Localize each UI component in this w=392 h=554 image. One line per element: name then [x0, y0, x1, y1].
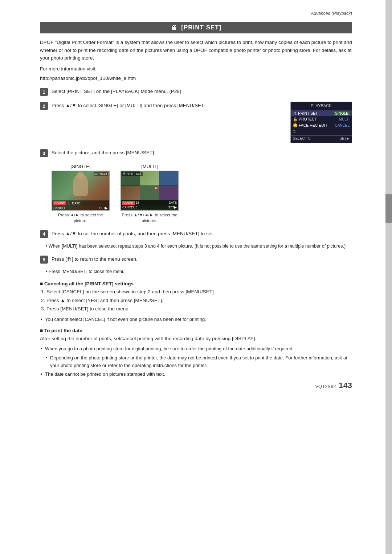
single-overlay-bottom: COUNT 1 DATE: [52, 200, 109, 206]
intro-url: http://panasonic.jp/dc/dpof_110/white_e.…: [40, 76, 352, 81]
canceling-section: ■ Canceling all the [PRINT SET] settings…: [40, 281, 352, 323]
single-screenshot-block: [SINGLE] 10P 8EST COUNT 1 DATE: [52, 164, 110, 224]
step-2: 2 Press ▲/▼ to select [SINGLE] or [MULTI…: [40, 102, 352, 143]
date-label: DATE: [72, 201, 80, 205]
step-5-text: Press [🗑] to return to the menu screen.: [52, 255, 138, 263]
bullet-1: When you go to a photo printing store fo…: [45, 345, 352, 353]
step-2-number: 2: [40, 102, 48, 110]
step-4-text: Press ▲/▼ to set the number of prints, a…: [52, 230, 214, 238]
thumb-3: [159, 171, 178, 186]
thumb-4: [121, 186, 140, 200]
cancel-step-3: Press [MENU/SET] to close the menu.: [46, 305, 352, 313]
chapter-label: Advanced (Playback): [311, 11, 352, 16]
menu-row-print-set: 🖨 PRINT SET SINGLE: [291, 110, 352, 116]
step-1-number: 1: [40, 88, 48, 96]
cancel-step-1: Select [CANCEL] on the screen shown in s…: [46, 288, 352, 296]
print-set-icon: 🖨: [171, 24, 177, 31]
multi-caption: Press ▲/▼/◄/► to select the pictures.: [121, 212, 179, 224]
step-1: 1 Select [PRINT SET] on the [PLAYBACK] M…: [40, 87, 352, 96]
step-5: 5 Press [🗑] to return to the menu screen…: [40, 255, 352, 275]
canceling-note: You cannot select [CANCEL] if not even o…: [45, 316, 352, 323]
menu-row-face-rec-label: 😊 FACE REC EDIT: [293, 123, 333, 128]
thumb-5: 12: [140, 186, 159, 200]
step-2-text: Press ▲/▼ to select [SINGLE] or [MULTI] …: [52, 102, 284, 110]
menu-row-print-set-label: 🖨 PRINT SET: [293, 111, 332, 115]
step-5-note: Press [MENU/SET] to close the menu.: [46, 268, 126, 275]
top-right-overlay: 10P 8EST: [94, 172, 108, 176]
multi-overlay-count-date: COUNT 18 DATE: [121, 200, 178, 205]
sub-bullet-1-text: Depending on the photo printing store or…: [50, 355, 347, 368]
step-5-number: 5: [40, 256, 48, 264]
count-badge-multi: COUNT: [122, 201, 135, 205]
single-photo-bg: 10P 8EST COUNT 1 DATE CANCEL SET▶: [52, 171, 109, 210]
step-3: 3 Select the picture, and then press [ME…: [40, 149, 352, 224]
sub-bullet-1: Depending on the photo printing store or…: [50, 354, 352, 370]
step-3-number: 3: [40, 149, 48, 157]
camera-menu-footer: SELECT-C SET▶: [291, 135, 352, 141]
menu-row-protect-label: 🔒 PROTECT: [293, 117, 338, 122]
scrollbar[interactable]: [385, 0, 392, 554]
intro-paragraph: DPOF "Digital Print Order Format" is a s…: [40, 38, 352, 62]
menu-row-cancel-option: CANCEL: [335, 123, 350, 127]
menu-row-face-rec: 😊 FACE REC EDIT CANCEL: [291, 122, 352, 129]
footer-right: SET▶: [340, 137, 350, 140]
step-2-camera-menu: PLAYBACK 🖨 PRINT SET SINGLE 🔒 PROTECT MU…: [290, 102, 352, 143]
multi-screenshot-block: [MULTI] 🖨 PRINT SET 12 COUNT 1: [121, 164, 179, 224]
intro-more-info: For more information visit:: [40, 65, 352, 73]
canceling-steps-list: Select [CANCEL] on the screen shown in s…: [46, 288, 352, 313]
page-number: 143: [339, 381, 352, 390]
count-indicator: 12: [154, 187, 158, 189]
section-title: [PRINT SET]: [181, 24, 221, 31]
scroll-thumb[interactable]: [385, 194, 392, 223]
step-1-text: Select [PRINT SET] on the [PLAYBACK] Mod…: [52, 87, 352, 95]
multi-cancel-label: CANCEL 8: [122, 205, 137, 209]
page-number-line: VQT2S62 143: [315, 381, 352, 390]
menu-row-multi-option: MULTI: [339, 117, 350, 121]
footer-left: SELECT-C: [293, 137, 311, 140]
menu-row-empty: □: [291, 129, 352, 134]
step-4-note: When [MULTI] has been selected, repeat s…: [46, 243, 346, 250]
menu-row-single-option: SINGLE: [334, 111, 350, 115]
thumb-6: [159, 186, 178, 200]
step-4-number: 4: [40, 230, 48, 238]
section-title-bar: 🖨 [PRINT SET]: [40, 22, 352, 33]
cancel-step-2: Press ▲ to select [YES] and then press […: [46, 297, 352, 305]
count-badge: COUNT: [53, 201, 66, 205]
to-print-date-heading: ■ To print the date: [40, 328, 352, 333]
single-label: [SINGLE]: [71, 164, 91, 169]
page-num-prefix: VQT2S62: [315, 384, 336, 389]
to-print-date-section: ■ To print the date After setting the nu…: [40, 328, 352, 378]
single-footer-bar: CANCEL SET▶: [52, 206, 109, 210]
to-print-date-para1: After setting the number of prints, set/…: [40, 335, 352, 343]
cancel-label: CANCEL: [53, 206, 66, 210]
multi-screenshot: 🖨 PRINT SET 12 COUNT 18 DATE: [121, 171, 179, 211]
multi-count-label: COUNT 18: [122, 201, 139, 204]
multi-date-label: DATE: [169, 201, 177, 204]
multi-label: [MULTI]: [141, 164, 158, 169]
step-4: 4 Press ▲/▼ to set the number of prints,…: [40, 230, 352, 250]
menu-row-protect: 🔒 PROTECT MULTI: [291, 116, 352, 122]
canceling-heading: ■ Canceling all the [PRINT SET] settings: [40, 281, 352, 286]
single-caption: Press ◄/► to select the picture.: [52, 212, 110, 224]
set-label: SET▶: [99, 206, 108, 210]
bullet-3: The date cannot be printed on pictures s…: [45, 371, 352, 378]
count-value: 1: [68, 201, 70, 205]
multi-set-label: SET▶: [168, 205, 177, 209]
multi-footer-bar: CANCEL 8 SET▶: [121, 205, 178, 209]
step-3-text: Select the picture, and then press [MENU…: [52, 149, 155, 157]
camera-menu-title: PLAYBACK: [291, 103, 352, 109]
screenshots-row: [SINGLE] 10P 8EST COUNT 1 DATE: [52, 164, 179, 224]
thumb-2: [140, 171, 159, 186]
person-head: [77, 172, 84, 179]
multi-print-label: 🖨 PRINT SET: [122, 172, 143, 176]
single-screenshot: 10P 8EST COUNT 1 DATE CANCEL SET▶: [52, 171, 110, 211]
